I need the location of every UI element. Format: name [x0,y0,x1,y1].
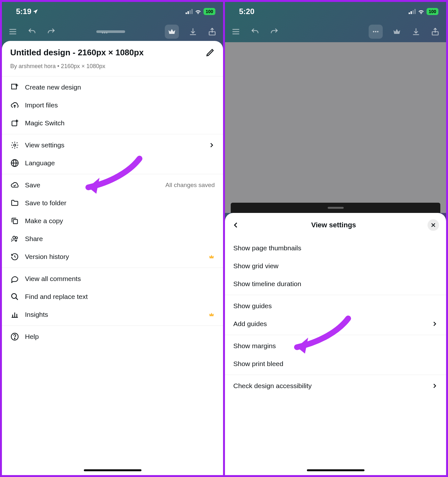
show-thumbnails-button[interactable]: Show page thumbnails [225,239,446,257]
svg-point-25 [14,338,15,339]
import-files-button[interactable]: Import files [2,96,223,114]
share-icon[interactable] [430,27,440,37]
magic-label: Magic Switch [25,119,215,127]
svg-point-3 [102,32,103,34]
download-icon[interactable] [411,27,421,37]
create-new-design-button[interactable]: Create new design [2,78,223,96]
help-icon [10,332,19,341]
svg-point-16 [13,236,15,238]
status-bar: 5:19 100 [2,2,223,21]
svg-point-30 [375,31,376,32]
phone-right: 5:20 100 View settings Show page [225,2,446,475]
close-button[interactable] [428,219,439,231]
add-guides-button[interactable]: Add guides [225,315,446,333]
folder-icon [10,199,19,207]
status-time: 5:19 [16,7,38,16]
back-icon[interactable] [232,221,240,229]
phone-left: 5:19 100 Untitled design - 2160px × 1080… [2,2,223,475]
crown-icon[interactable] [165,25,179,39]
create-label: Create new design [25,83,215,91]
make-copy-button[interactable]: Make a copy [2,212,223,230]
save-button[interactable]: Save All changes saved [2,176,223,194]
canvas-area[interactable] [225,42,446,213]
timeline-label: Show timeline duration [233,280,438,288]
view-comments-button[interactable]: View all comments [2,270,223,288]
svg-line-19 [16,298,18,300]
copy-icon [10,216,19,225]
redo-icon[interactable] [46,27,56,37]
design-menu-sheet: Untitled design - 2160px × 1080px By ars… [2,41,223,475]
view-settings-label: View settings [25,141,203,149]
undo-icon[interactable] [27,27,37,37]
language-label: Language [25,159,215,167]
search-icon [10,292,19,301]
status-right: 100 [409,8,438,15]
svg-point-18 [12,293,16,298]
svg-point-5 [106,32,107,34]
location-icon [33,9,38,14]
cloud-check-icon [10,181,19,190]
chart-icon [10,310,19,319]
signal-icon [186,9,193,14]
version-history-label: Version history [25,253,203,261]
menu-icon[interactable] [8,27,18,37]
show-grid-button[interactable]: Show grid view [225,257,446,275]
save-to-folder-button[interactable]: Save to folder [2,194,223,212]
time-text: 5:20 [239,7,254,16]
magic-switch-button[interactable]: Magic Switch [2,114,223,132]
language-button[interactable]: Language [2,154,223,172]
crown-icon [208,311,215,318]
wifi-icon [418,8,425,15]
close-icon [430,222,436,228]
home-indicator [84,469,141,471]
show-bleed-button[interactable]: Show print bleed [225,355,446,373]
battery-icon: 100 [204,8,215,15]
home-indicator [307,469,364,471]
svg-point-11 [14,144,16,146]
chevron-right-icon [208,142,215,148]
redo-icon[interactable] [269,27,279,37]
time-text: 5:19 [16,7,31,16]
svg-rect-10 [12,121,17,126]
battery-icon: 100 [427,8,438,15]
comments-label: View all comments [25,275,215,283]
show-guides-button[interactable]: Show guides [225,297,446,315]
svg-point-31 [377,31,378,32]
more-icon[interactable] [369,25,383,39]
menu-icon[interactable] [231,27,241,37]
insights-button[interactable]: Insights [2,306,223,324]
globe-icon [10,159,19,168]
margins-label: Show margins [233,342,438,350]
wifi-icon [195,8,202,15]
save-folder-label: Save to folder [25,199,215,207]
view-settings-button[interactable]: View settings [2,136,223,154]
bleed-label: Show print bleed [233,360,438,368]
find-replace-button[interactable]: Find and replace text [2,288,223,306]
undo-icon[interactable] [250,27,260,37]
share-row-button[interactable]: Share [2,230,223,248]
sheet-header: View settings [225,213,446,237]
chevron-right-icon [431,383,438,389]
sheet-header: Untitled design - 2160px × 1080px By ars… [2,41,223,76]
svg-rect-15 [13,219,18,223]
accessibility-label: Check design accessibility [233,382,426,390]
crown-icon [208,254,215,260]
crown-icon[interactable] [392,27,402,37]
show-margins-button[interactable]: Show margins [225,337,446,355]
version-history-button[interactable]: Version history [2,248,223,266]
check-accessibility-button[interactable]: Check design accessibility [225,377,446,395]
view-settings-sheet: View settings Show page thumbnails Show … [225,213,446,475]
show-timeline-button[interactable]: Show timeline duration [225,275,446,293]
share-icon[interactable] [207,27,217,37]
view-settings-title: View settings [311,221,356,229]
help-button[interactable]: Help [2,328,223,346]
download-icon[interactable] [188,27,198,37]
status-time: 5:20 [239,7,254,16]
thumbnails-label: Show page thumbnails [233,244,438,252]
make-copy-label: Make a copy [25,217,215,225]
signal-icon [409,9,416,14]
edit-icon[interactable] [206,48,215,57]
canvas-preview [231,203,440,213]
more-icon[interactable] [100,30,109,36]
save-label: Save [25,181,160,189]
